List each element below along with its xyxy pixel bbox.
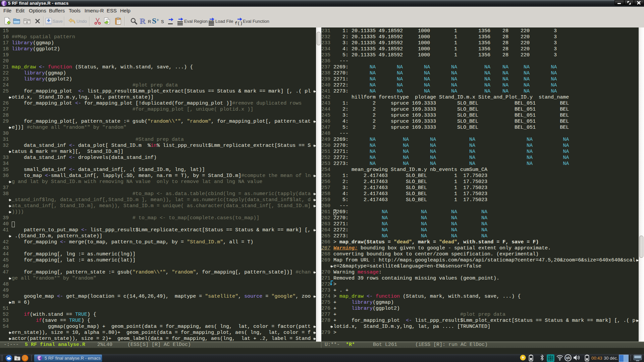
svg-text:f(): f(): [235, 21, 243, 26]
